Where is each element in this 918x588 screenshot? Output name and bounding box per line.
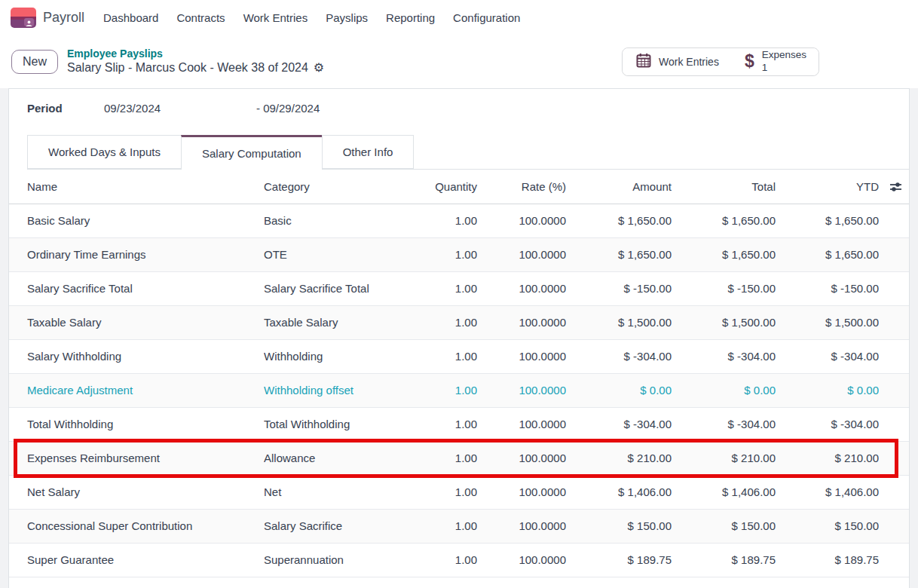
cell-amount[interactable]: $ 1,406.00	[566, 475, 672, 509]
column-header-total[interactable]: Total	[672, 170, 776, 204]
cell-name[interactable]: Medicare Adjustment	[9, 373, 264, 407]
cell-total[interactable]: $ 189.75	[672, 543, 776, 577]
cell-total[interactable]: $ -304.00	[672, 407, 776, 441]
menu-item-contracts[interactable]: Contracts	[167, 7, 234, 29]
cell-total[interactable]: $ 1,650.00	[672, 204, 776, 237]
cell-rate[interactable]: 100.0000	[477, 475, 566, 509]
cell-quantity[interactable]: 1.00	[390, 237, 477, 271]
cell-rate[interactable]: 100.0000	[477, 509, 566, 543]
cell-quantity[interactable]: 1.00	[390, 339, 477, 373]
cell-category[interactable]: Superannuation	[264, 543, 390, 577]
cell-total[interactable]: $ -150.00	[672, 271, 776, 305]
breadcrumb-parent-link[interactable]: Employee Payslips	[67, 47, 324, 61]
cell-name[interactable]: Concessional Super Contribution	[9, 509, 264, 543]
column-header-rate[interactable]: Rate (%)	[477, 170, 566, 204]
cell-category[interactable]: Basic	[264, 204, 390, 237]
cell-rate[interactable]: 100.0000	[477, 407, 566, 441]
table-row-highlighted[interactable]: Expenses ReimbursementAllowance1.00100.0…	[9, 441, 909, 475]
cell-ytd[interactable]: $ -304.00	[776, 339, 879, 373]
cell-quantity[interactable]: 1.00	[390, 543, 477, 577]
work-entries-button[interactable]: Work Entries	[623, 48, 733, 75]
cell-name[interactable]: Net Salary	[9, 475, 264, 509]
cell-amount[interactable]: $ 1,650.00	[566, 204, 672, 237]
cell-amount[interactable]: $ 189.75	[566, 543, 672, 577]
cell-name[interactable]: Total Withholding	[9, 407, 264, 441]
cell-amount[interactable]: $ 210.00	[566, 441, 672, 475]
cell-quantity[interactable]: 1.00	[390, 441, 477, 475]
table-row[interactable]: Super GuaranteeSuperannuation1.00100.000…	[9, 543, 909, 577]
cell-rate[interactable]: 100.0000	[477, 339, 566, 373]
table-row[interactable]: Salary Sacrifice TotalSalary Sacrifice T…	[9, 271, 909, 305]
period-start-date[interactable]: 09/23/2024	[104, 102, 256, 115]
cell-ytd[interactable]: $ 1,406.00	[776, 475, 879, 509]
cell-amount[interactable]: $ 1,650.00	[566, 237, 672, 271]
table-row[interactable]: Net SalaryNet1.00100.0000$ 1,406.00$ 1,4…	[9, 475, 909, 509]
tab-other-info[interactable]: Other Info	[322, 135, 415, 169]
cell-amount[interactable]: $ -304.00	[566, 407, 672, 441]
tab-salary-computation[interactable]: Salary Computation	[181, 135, 323, 170]
cell-quantity[interactable]: 1.00	[390, 373, 477, 407]
cell-name[interactable]: Expenses Reimbursement	[9, 441, 264, 475]
column-header-quantity[interactable]: Quantity	[390, 170, 477, 204]
cell-quantity[interactable]: 1.00	[390, 271, 477, 305]
cell-amount[interactable]: $ 0.00	[566, 373, 672, 407]
cell-total[interactable]: $ 0.00	[672, 373, 776, 407]
cell-rate[interactable]: 100.0000	[477, 305, 566, 339]
table-row[interactable]: Ordinary Time EarningsOTE1.00100.0000$ 1…	[9, 237, 909, 271]
adjust-columns-button[interactable]	[879, 170, 909, 204]
cell-amount[interactable]: $ -150.00	[566, 271, 672, 305]
cell-amount[interactable]: $ 1,500.00	[566, 305, 672, 339]
table-row[interactable]: Total WithholdingTotal Withholding1.0010…	[9, 407, 909, 441]
cell-name[interactable]: Super Guarantee	[9, 543, 264, 577]
app-brand[interactable]: Payroll	[11, 8, 84, 28]
cell-category[interactable]: Net	[264, 475, 390, 509]
table-row[interactable]: Concessional Super ContributionSalary Sa…	[9, 509, 909, 543]
period-end-date[interactable]: - 09/29/2024	[256, 102, 320, 115]
cell-category[interactable]: Withholding	[264, 339, 390, 373]
table-row[interactable]: Salary WithholdingWithholding1.00100.000…	[9, 339, 909, 373]
cell-amount[interactable]: $ 150.00	[566, 509, 672, 543]
menu-item-configuration[interactable]: Configuration	[444, 7, 529, 29]
cell-category[interactable]: Salary Sacrifice Total	[264, 271, 390, 305]
cell-ytd[interactable]: $ 1,650.00	[776, 237, 879, 271]
cell-category[interactable]: Total Withholding	[264, 407, 390, 441]
cell-amount[interactable]: $ -304.00	[566, 339, 672, 373]
cell-ytd[interactable]: $ 150.00	[776, 509, 879, 543]
cell-ytd[interactable]: $ 189.75	[776, 543, 879, 577]
cell-total[interactable]: $ 150.00	[672, 509, 776, 543]
cell-quantity[interactable]: 1.00	[390, 475, 477, 509]
cell-ytd[interactable]: $ 0.00	[776, 373, 879, 407]
cell-rate[interactable]: 100.0000	[477, 204, 566, 237]
column-header-amount[interactable]: Amount	[566, 170, 672, 204]
cell-name[interactable]: Ordinary Time Earnings	[9, 237, 264, 271]
cell-total[interactable]: $ 1,500.00	[672, 305, 776, 339]
cell-rate[interactable]: 100.0000	[477, 543, 566, 577]
cell-ytd[interactable]: $ -150.00	[776, 271, 879, 305]
cell-ytd[interactable]: $ 1,650.00	[776, 204, 879, 237]
cell-name[interactable]: Salary Sacrifice Total	[9, 271, 264, 305]
cell-total[interactable]: $ 1,406.00	[672, 475, 776, 509]
cell-category[interactable]: Withholding offset	[264, 373, 390, 407]
table-row[interactable]: Basic SalaryBasic1.00100.0000$ 1,650.00$…	[9, 204, 909, 237]
menu-item-dashboard[interactable]: Dashboard	[94, 7, 167, 29]
column-header-category[interactable]: Category	[264, 170, 390, 204]
cell-name[interactable]: Basic Salary	[9, 204, 264, 237]
table-row[interactable]: Taxable SalaryTaxable Salary1.00100.0000…	[9, 305, 909, 339]
cell-name[interactable]: Taxable Salary	[9, 305, 264, 339]
menu-item-payslips[interactable]: Payslips	[317, 7, 377, 29]
cell-rate[interactable]: 100.0000	[477, 373, 566, 407]
new-button[interactable]: New	[11, 50, 58, 74]
gear-icon[interactable]: ⚙	[314, 62, 324, 74]
cell-category[interactable]: Taxable Salary	[264, 305, 390, 339]
cell-quantity[interactable]: 1.00	[390, 305, 477, 339]
table-row[interactable]: Medicare AdjustmentWithholding offset1.0…	[9, 373, 909, 407]
cell-category[interactable]: Salary Sacrifice	[264, 509, 390, 543]
cell-ytd[interactable]: $ 1,500.00	[776, 305, 879, 339]
cell-category[interactable]: Allowance	[264, 441, 390, 475]
cell-rate[interactable]: 100.0000	[477, 271, 566, 305]
cell-category[interactable]: OTE	[264, 237, 390, 271]
menu-item-reporting[interactable]: Reporting	[377, 7, 444, 29]
tab-worked-days-inputs[interactable]: Worked Days & Inputs	[27, 135, 182, 169]
cell-ytd[interactable]: $ 210.00	[776, 441, 879, 475]
cell-total[interactable]: $ 210.00	[672, 441, 776, 475]
